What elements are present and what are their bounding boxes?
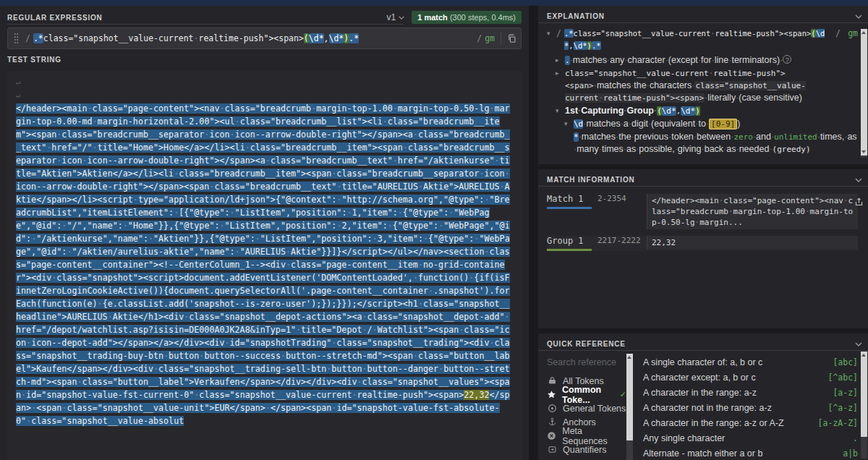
toggle-arrow-icon[interactable]: ▾ <box>564 118 574 130</box>
space-dot: · <box>21 390 26 400</box>
circle-dot-icon <box>548 404 557 413</box>
match-result-badge[interactable]: 1 match (300 steps, 0.4ms) <box>412 11 522 24</box>
space-dot: · <box>631 80 634 90</box>
scroll-down-arrow-icon[interactable] <box>861 150 866 153</box>
space-dot: · <box>413 273 418 283</box>
space-dot: · <box>352 390 357 400</box>
space-dot: · <box>469 273 474 283</box>
flavor-version-dropdown[interactable]: v1 <box>387 12 405 22</box>
match-row[interactable]: Match 12-2354</header><main·class="page-… <box>547 194 858 229</box>
explanation-row[interactable]: *·matches·the·previous·token·between·zer… <box>564 131 858 155</box>
reference-item[interactable]: Any single character. <box>643 430 858 446</box>
drag-handle-icon[interactable] <box>14 33 19 44</box>
space-dot: · <box>133 195 138 205</box>
scrollbar-thumb[interactable] <box>861 352 867 437</box>
category-list-scrollbar[interactable] <box>626 354 633 460</box>
reference-list-scrollbar[interactable] <box>861 352 867 459</box>
space-dot: · <box>326 364 331 374</box>
reference-item[interactable]: A character except: a, b or c[^abc] <box>643 370 858 385</box>
explanation-row[interactable]: ▸class="snapshot__value-current·realtime… <box>556 67 858 104</box>
reference-item[interactable]: A character not in the range: a-z[^a-z] <box>643 400 858 415</box>
space-dot: · <box>599 144 602 154</box>
quick-reference-header: QUICK REFERENCE <box>538 333 868 351</box>
space-dot: · <box>484 195 489 205</box>
explanation-row[interactable]: ▾1st·Capturing·Group·(\d*,\d*) <box>556 105 858 117</box>
explanation-row[interactable]: ▸.·matches·any·character·(except·for·lin… <box>556 54 858 67</box>
quick-reference-title: QUICK REFERENCE <box>547 340 626 348</box>
space-dot: · <box>393 103 398 114</box>
collapse-quick-reference-button[interactable] <box>855 342 862 346</box>
toggle-arrow-icon[interactable]: ▾ <box>556 105 565 117</box>
toggle-arrow-icon[interactable]: ▸ <box>556 54 565 67</box>
export-matches-button[interactable] <box>854 197 864 210</box>
explanation-segment: ·and· <box>753 132 774 142</box>
category-common-toke[interactable]: Common Toke...✓ <box>547 388 626 401</box>
space-dot: · <box>388 221 393 231</box>
reference-description: A single character of: a, b or c <box>643 357 833 367</box>
reference-item[interactable]: A single character of: a, b or c[abc] <box>643 354 858 370</box>
space-dot: · <box>413 129 418 140</box>
space-dot: · <box>665 55 668 65</box>
regex-token: , <box>324 33 329 43</box>
search-input[interactable] <box>547 355 624 370</box>
toggle-arrow-icon[interactable]: ▾ <box>547 27 556 40</box>
newline-marker: ↵ <box>16 89 514 102</box>
space-dot: · <box>56 156 61 166</box>
scrollbar-thumb[interactable] <box>861 29 867 156</box>
explanation-title: EXPLANATION <box>547 12 605 20</box>
collapse-match-info-button[interactable] <box>855 178 862 182</box>
reference-item[interactable]: A character in the range: a-z or A-Z[a-z… <box>643 415 858 430</box>
help-icon[interactable]: ? <box>783 55 791 64</box>
space-dot: · <box>629 119 631 129</box>
space-dot: · <box>235 247 240 257</box>
regex-pattern[interactable]: .*class="snapshot__value-current·realtim… <box>33 33 474 43</box>
toggle-arrow-icon[interactable]: ▸ <box>556 67 565 80</box>
space-dot: · <box>220 221 225 231</box>
reference-item[interactable]: A character in the range: a-z[a-z] <box>643 385 858 400</box>
scrollbar-thumb[interactable] <box>626 354 633 440</box>
space-dot: · <box>403 142 408 153</box>
space-dot: · <box>728 207 733 216</box>
left-panel: REGULAR EXPRESSION v1 1 match (300 steps… <box>0 6 529 460</box>
space-dot: · <box>709 69 714 78</box>
explanation-row[interactable]: ▾\d·matches·a·digit·(equivalent·to·[0-9]… <box>564 118 858 130</box>
scroll-up-arrow-icon[interactable] <box>861 354 866 357</box>
scroll-up-arrow-icon[interactable] <box>627 356 631 359</box>
space-dot: · <box>194 33 199 43</box>
collapse-explanation-button[interactable] <box>855 14 862 19</box>
space-dot: · <box>695 119 698 129</box>
explanation-regex-row[interactable]: ▾ / .*class="snapshot__value-current·rea… <box>547 27 858 52</box>
regex-input[interactable]: / .*class="snapshot__value-current·realt… <box>7 27 522 49</box>
space-dot: · <box>56 129 61 140</box>
chevron-down-icon <box>855 14 862 19</box>
space-dot: · <box>373 325 378 335</box>
space-dot: · <box>753 132 756 142</box>
scroll-up-arrow-icon[interactable] <box>861 31 866 34</box>
space-dot: · <box>296 325 301 335</box>
version-label: v1 <box>387 12 396 22</box>
explanation-scrollbar[interactable] <box>861 29 867 158</box>
reference-pattern: [a-z] <box>833 388 858 398</box>
test-string-editor[interactable]: ↵↵</header><main·class="page-content"><n… <box>7 71 522 460</box>
space-dot: · <box>723 144 726 154</box>
space-dot: · <box>413 351 418 361</box>
regex-open-delimiter: / <box>25 33 30 43</box>
copy-regex-button[interactable] <box>507 33 516 43</box>
reference-item-list: A single character of: a, b or c[abc]A c… <box>633 351 868 460</box>
explanation-segment: unlimited <box>774 132 817 142</box>
reference-description: Alternate - match either a or b <box>643 448 843 459</box>
chevron-down-icon <box>399 16 404 20</box>
reference-item[interactable]: Alternate - match either a or ba|b <box>643 446 858 460</box>
category-general-tokens[interactable]: General Tokens <box>547 401 626 415</box>
category-label: Quantifiers <box>563 445 606 455</box>
match-row[interactable]: Group 12217-222222,32 <box>547 236 858 251</box>
category-meta-sequences[interactable]: Meta Sequences <box>547 429 626 443</box>
chevron-down-icon <box>855 178 862 182</box>
right-panel: EXPLANATION ▾ / .*class="snapshot__value… <box>538 6 868 460</box>
category-label: General Tokens <box>563 404 626 414</box>
space-dot: · <box>281 351 286 361</box>
space-dot: · <box>578 106 581 116</box>
space-dot: · <box>148 234 153 244</box>
regex-token: \d* <box>574 41 587 50</box>
regex-flags[interactable]: gm <box>485 33 495 43</box>
